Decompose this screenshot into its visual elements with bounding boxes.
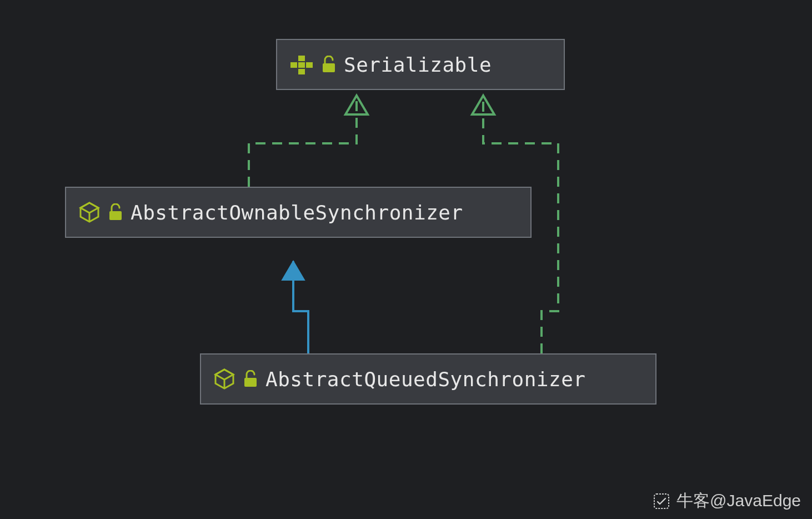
node-label: AbstractQueuedSynchronizer	[265, 368, 586, 391]
node-serializable[interactable]: Serializable	[276, 39, 565, 90]
edge-aos-to-serializable	[249, 96, 357, 187]
diagram-canvas: Serializable AbstractOwnableSynchronizer	[0, 0, 812, 519]
lock-open-icon	[108, 203, 123, 221]
svg-rect-3	[306, 62, 313, 68]
abstract-class-icon	[78, 201, 101, 223]
svg-rect-2	[298, 62, 305, 68]
lock-open-icon	[322, 56, 336, 73]
node-label: AbstractOwnableSynchronizer	[131, 201, 463, 224]
watermark: 牛客@JavaEdge	[652, 490, 801, 512]
watermark-text: 牛客@JavaEdge	[676, 490, 801, 512]
svg-rect-1	[290, 62, 297, 68]
abstract-class-icon	[213, 368, 235, 390]
edge-aqs-to-aos	[293, 261, 308, 353]
svg-rect-4	[298, 69, 305, 74]
node-abstract-queued-synchronizer[interactable]: AbstractQueuedSynchronizer	[200, 353, 656, 405]
svg-rect-5	[323, 63, 335, 72]
lock-open-icon	[243, 370, 258, 388]
svg-rect-7	[109, 211, 122, 220]
svg-rect-0	[298, 56, 305, 61]
svg-rect-9	[244, 378, 257, 387]
node-abstract-ownable-synchronizer[interactable]: AbstractOwnableSynchronizer	[65, 187, 532, 238]
svg-rect-10	[654, 494, 669, 508]
node-label: Serializable	[344, 53, 492, 76]
interface-icon	[289, 54, 314, 74]
watermark-icon	[652, 492, 671, 511]
